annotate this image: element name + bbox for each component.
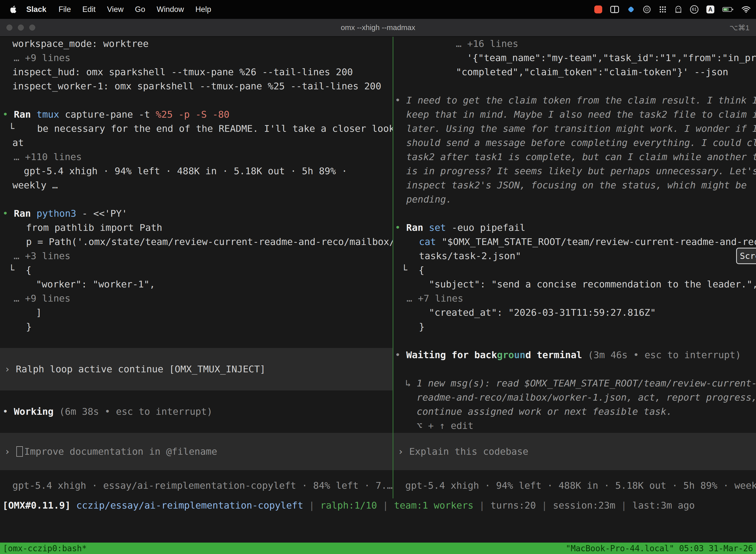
ran-label: Ran bbox=[14, 109, 37, 120]
output-line: gpt-5.4 xhigh · 94% left · 488K in · 5.1… bbox=[0, 164, 393, 178]
command-args-highlight: %25 -p -S -80 bbox=[156, 109, 230, 120]
menu-window[interactable]: Window bbox=[151, 5, 189, 14]
blank-line bbox=[0, 192, 393, 207]
record-square bbox=[594, 5, 602, 13]
output-line: └ { bbox=[0, 263, 393, 277]
bullet-icon: • bbox=[395, 95, 406, 106]
text-cursor bbox=[16, 446, 23, 457]
return-arrow-icon: ↳ bbox=[405, 378, 417, 389]
blank-line bbox=[0, 419, 393, 433]
dark-disc-icon[interactable] bbox=[643, 5, 651, 13]
output-line: } bbox=[393, 320, 756, 334]
reasoning-line: should send a message before completing … bbox=[393, 136, 756, 150]
mailbox-message-line: continue assigned work or next feasible … bbox=[393, 404, 756, 419]
wifi-icon[interactable] bbox=[742, 6, 751, 13]
command-name: python3 bbox=[37, 208, 76, 219]
command-name: set bbox=[429, 222, 446, 233]
screenshot-notification[interactable]: Scre bbox=[736, 248, 756, 264]
right-pane[interactable]: … +16 lines '{"team_name":"my-team","tas… bbox=[393, 37, 756, 543]
working-status-line: • Working (6m 38s • esc to interrupt) bbox=[0, 404, 393, 419]
menu-file[interactable]: File bbox=[53, 5, 77, 14]
bullet-icon: • bbox=[2, 406, 14, 417]
output-line: "created_at": "2026-03-31T11:59:27.816Z" bbox=[393, 306, 756, 320]
working-meta: (6m 38s • esc to interrupt) bbox=[54, 406, 212, 417]
reasoning-line: inspect task2's JSON, focusing on the st… bbox=[393, 178, 756, 192]
waiting-status-line: • Waiting for background terminal (3m 46… bbox=[393, 348, 756, 362]
apple-logo-icon bbox=[10, 5, 17, 13]
left-pane[interactable]: workspace_mode: worktree … +9 lines insp… bbox=[0, 37, 393, 543]
blank-line bbox=[0, 334, 393, 348]
ghost-app-icon[interactable] bbox=[675, 5, 682, 13]
ran-label: Ran bbox=[14, 208, 37, 219]
working-label: Working bbox=[14, 406, 54, 417]
blue-app-icon[interactable] bbox=[627, 5, 635, 13]
waiting-label-shimmer: un bbox=[514, 349, 525, 361]
reasoning-line: pending. bbox=[393, 192, 756, 207]
window-title-bar[interactable]: omx --xhigh --madmax ⌥⌘1 bbox=[0, 19, 756, 37]
bullet-icon: • bbox=[2, 109, 14, 120]
prompt-input-right[interactable]: › Explain this codebase bbox=[393, 433, 756, 470]
chevron-icon: › bbox=[4, 445, 16, 459]
reasoning-line: keep that in mind. Maybe I also need the… bbox=[393, 107, 756, 122]
menu-help[interactable]: Help bbox=[190, 5, 217, 14]
bullet-icon: • bbox=[395, 349, 406, 361]
ran-label: Ran bbox=[406, 222, 429, 233]
tmux-host-datetime: "MacBook-Pro-44.local" 05:03 31-Mar-26 bbox=[566, 544, 753, 553]
cat-command-line: tasks/task-2.json" bbox=[393, 249, 756, 263]
menu-bar-status-icons: 61 A bbox=[594, 5, 751, 14]
omx-status-line: [OMX#0.11.9] cczip/essay/ai-reimplementa… bbox=[2, 498, 695, 512]
reasoning-line: task2 after task1 is complete, but can I… bbox=[393, 150, 756, 164]
screen-recording-indicator-icon[interactable] bbox=[594, 5, 602, 13]
edit-shortcut-hint: ⌥ + ↑ edit bbox=[393, 419, 756, 433]
battery-icon[interactable] bbox=[722, 6, 734, 13]
inject-banner-text: Ralph loop active continue [OMX_TMUX_INJ… bbox=[16, 362, 266, 376]
separator: | bbox=[377, 500, 394, 511]
output-line: └ be necessary for the end of the README… bbox=[0, 122, 393, 136]
blank-line bbox=[393, 207, 756, 221]
apple-menu-icon[interactable] bbox=[7, 5, 20, 13]
inject-banner: › Ralph loop active continue [OMX_TMUX_I… bbox=[0, 348, 393, 390]
separator: | bbox=[615, 500, 632, 511]
team-workers: team:1 workers bbox=[394, 500, 474, 511]
blank-line bbox=[393, 362, 756, 376]
reasoning-text: I need to get the claim token from the c… bbox=[406, 95, 756, 106]
prompt-input-left[interactable]: › Improve documentation in @filename bbox=[0, 433, 393, 470]
mailbox-message-text: 1 new msg(s): read $OMX_TEAM_STATE_ROOT/… bbox=[417, 378, 756, 389]
window-manager-icon[interactable] bbox=[610, 6, 619, 13]
last-activity: last:3m ago bbox=[632, 500, 695, 511]
collapsed-lines-indicator: … +7 lines bbox=[393, 291, 756, 306]
bullet-icon: • bbox=[395, 222, 406, 233]
menu-go[interactable]: Go bbox=[129, 5, 151, 14]
chevron-icon: › bbox=[398, 445, 409, 459]
dots-grid-icon[interactable] bbox=[659, 5, 667, 13]
command-args: "$OMX_TEAM_STATE_ROOT/team/review-curren… bbox=[436, 236, 756, 247]
separator: | bbox=[474, 500, 491, 511]
prompt-placeholder: Improve documentation in @filename bbox=[24, 445, 217, 459]
config-line: inspect_hud: omx sparkshell --tmux-pane … bbox=[0, 65, 393, 79]
config-line: workspace_mode: worktree bbox=[0, 37, 393, 51]
output-line: "subject": "send a concise recommendatio… bbox=[393, 277, 756, 291]
code-line: from pathlib import Path bbox=[0, 221, 393, 235]
command-args: capture-pane -t bbox=[59, 109, 156, 120]
input-source-icon[interactable]: A bbox=[706, 5, 714, 13]
code-line: p = Path('.omx/state/team/review-current… bbox=[0, 235, 393, 249]
collapsed-lines-indicator: … +9 lines bbox=[0, 291, 393, 306]
omx-session-path: cczip/essay/ai-reimplementation-copyleft bbox=[76, 500, 303, 511]
menu-view[interactable]: View bbox=[101, 5, 129, 14]
prompt-placeholder: Explain this codebase bbox=[409, 445, 528, 459]
battery-percent-badge[interactable]: 61 bbox=[690, 5, 698, 14]
mailbox-message-line: ↳ 1 new msg(s): read $OMX_TEAM_STATE_ROO… bbox=[393, 376, 756, 390]
cat-command-line: cat "$OMX_TEAM_STATE_ROOT/team/review-cu… bbox=[393, 235, 756, 249]
menu-bar: Slack File Edit View Go Window Help 61 A bbox=[0, 0, 756, 19]
reasoning-line: • I need to get the claim token from the… bbox=[393, 93, 756, 107]
menu-app-name[interactable]: Slack bbox=[20, 5, 53, 14]
waiting-label-shimmer: gro bbox=[497, 349, 514, 361]
window-title: omx --xhigh --madmax bbox=[0, 19, 756, 36]
menu-edit[interactable]: Edit bbox=[77, 5, 101, 14]
mailbox-message-line: readme-and-reco/mailbox/worker-1.json, a… bbox=[393, 390, 756, 404]
command-name: cat bbox=[419, 236, 436, 247]
tmux-session-window: [omx-cczip0:bash* bbox=[3, 544, 87, 553]
output-line: weekly … bbox=[0, 178, 393, 192]
command-name: tmux bbox=[37, 109, 59, 120]
ralph-counter: ralph:1/10 bbox=[320, 500, 377, 511]
